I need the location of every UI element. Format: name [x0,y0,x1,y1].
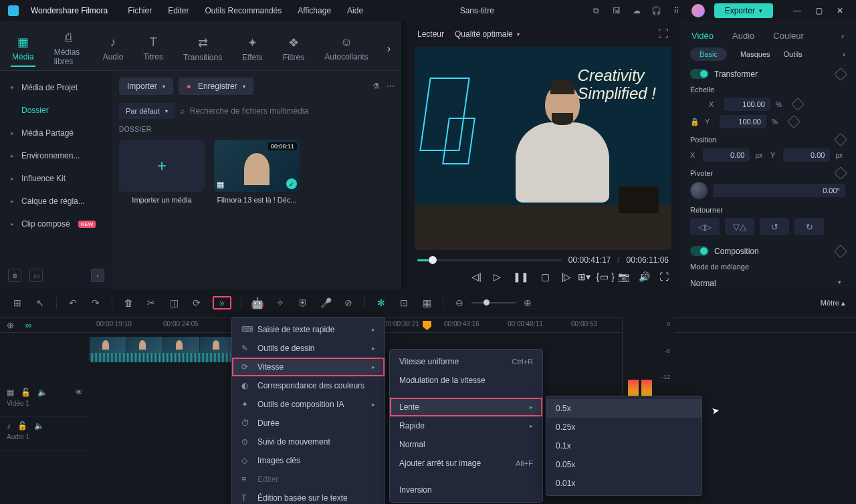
filter-icon[interactable]: ⚗ [372,82,380,91]
ai-icon[interactable]: 🤖 [251,296,264,309]
ctx-draw-tools[interactable]: ✎Outils de dessin▸ [232,339,385,358]
shield-icon[interactable]: ⛨ [296,296,310,309]
minimize-icon[interactable]: — [789,6,805,15]
ctx-0-1x[interactable]: 0.1x [546,436,702,455]
tabs-more-icon[interactable]: › [387,43,391,55]
mute-icon[interactable]: 🔈 [34,421,44,430]
scale-y-input[interactable]: 100.00 [720,115,766,128]
quality-select[interactable]: Qualité optimale▾ [455,29,520,39]
device-icon[interactable]: ⧉ [591,5,602,16]
ctx-reverse[interactable]: Inversion [390,481,542,499]
sidebar-item-environ[interactable]: ▸Environnemen... [0,144,112,167]
prop-tab-color[interactable]: Couleur [773,31,804,41]
more-tools-icon[interactable]: » [213,296,231,309]
pause-icon[interactable]: ❚❚ [513,271,529,282]
rotate-ccw-icon[interactable]: ↺ [760,218,789,235]
keyframe-icon[interactable] [834,245,847,258]
tab-media[interactable]: ▦Média [11,31,35,67]
sidebar-item-shared[interactable]: ▸Média Partagé [0,122,112,144]
zoom-in-icon[interactable]: ⊕ [521,296,534,309]
menu-file[interactable]: Fichier [128,6,152,15]
snap-icon[interactable]: ⊡ [397,296,411,309]
rotate-cw-icon[interactable]: ↻ [794,218,824,235]
maximize-icon[interactable]: ▢ [811,6,827,15]
tab-effects[interactable]: ✦Effets [241,31,263,66]
more-icon[interactable]: ⋯ [387,82,395,91]
keyframe-icon[interactable] [834,166,847,180]
link-tracks-icon[interactable]: ∞ [25,320,37,330]
fullscreen-icon[interactable]: ⛶ [659,271,669,282]
new-folder-icon[interactable]: ⊕ [8,269,21,282]
pos-x-input[interactable]: 0.00 [703,148,750,162]
composition-toggle[interactable] [690,246,709,256]
lock-icon[interactable]: 🔓 [17,421,27,430]
transform-toggle[interactable] [690,69,709,79]
tab-audio[interactable]: ♪Audio [102,31,125,66]
scrub-bar[interactable] [417,259,562,261]
record-button[interactable]: Enregistrer [179,78,253,95]
sidebar-item-project-media[interactable]: ▾Média de Projet [0,76,112,99]
save-icon[interactable]: 🖫 [611,5,622,16]
snapshot-icon[interactable]: ⛶ [658,28,669,40]
lock-icon[interactable]: 🔓 [21,388,31,397]
delete-icon[interactable]: 🗑 [122,296,135,309]
tab-filters[interactable]: ❖Filtres [282,31,306,66]
keyframe-icon[interactable] [834,68,847,81]
prop-tab-audio[interactable]: Audio [732,31,754,41]
compare-icon[interactable]: ▭ [600,271,609,282]
tab-stickers[interactable]: ☺Autocollants [323,31,369,66]
ctx-speed[interactable]: ⟳Vitesse▸ [232,358,385,376]
marker-icon[interactable]: ✻ [374,296,388,309]
keyframe-icon[interactable] [787,115,800,128]
audio-track-head[interactable]: ♪🔓🔈 Audio 1 [0,417,90,451]
next-icon[interactable]: |▷ [562,271,572,282]
play-icon[interactable]: ▷ [494,271,501,282]
zoom-slider[interactable] [471,302,516,303]
mute-icon[interactable]: 🔈 [37,388,47,397]
subtab-more-icon[interactable]: › [843,50,845,58]
ruler[interactable]: 00:00:19:10 00:00:24:05 00:00:38:21 00:0… [90,318,856,332]
headphones-icon[interactable]: 🎧 [651,5,662,16]
ctx-text-edit[interactable]: TÉdition basée sur le texte [232,489,385,504]
import-button[interactable]: Importer [119,78,173,95]
link-icon[interactable]: ▦ [420,296,433,309]
tag-icon[interactable]: ⊘ [342,296,355,309]
redo-icon[interactable]: ↷ [89,296,102,309]
ctx-ai-compose[interactable]: ✦Outils de composition IA▸ [232,395,385,414]
subtab-masks[interactable]: Masques [740,50,770,58]
sidebar-item-adjust[interactable]: ▸Calque de régla... [0,190,112,213]
bin-icon[interactable]: ▭ [29,269,43,282]
select-icon[interactable]: ↖ [33,296,47,309]
ctx-normal[interactable]: Normal [390,435,542,454]
subtab-basic[interactable]: Basic [690,47,727,61]
undo-icon[interactable]: ↶ [66,296,80,309]
ctx-0-5x[interactable]: 0.5x [546,399,702,418]
user-avatar[interactable] [691,4,705,17]
ctx-uniform-speed[interactable]: Vitesse uniformeCtrl+R [390,352,542,371]
zoom-out-icon[interactable]: ⊖ [453,296,466,309]
menu-view[interactable]: Affichage [298,6,331,15]
crop-icon[interactable]: ◫ [167,296,181,309]
prop-more-icon[interactable]: › [841,31,844,41]
sidebar-item-folder[interactable]: Dossier [0,99,112,122]
keyframe-icon[interactable] [834,133,847,146]
apps-icon[interactable]: ⠿ [671,5,682,16]
tab-free-media[interactable]: ⎙Médias libres [53,27,84,70]
tab-transitions[interactable]: ⇄Transitions [182,31,223,66]
link-icon[interactable]: 🔒 [690,118,700,126]
ctx-slow[interactable]: Lente▸ [390,398,542,416]
scale-x-input[interactable]: 100.00 [724,98,770,111]
flip-v-icon[interactable]: ▽△ [725,218,754,235]
media-card[interactable]: 00:06:11 ▦ ✓ Filmora 13 est là ! Déc... [214,140,300,204]
ratio-icon[interactable]: ⊞▾ [578,271,591,282]
sidebar-item-compound[interactable]: ▸Clip composéNEW [0,213,112,235]
add-track-icon[interactable]: ⊕ [7,320,19,330]
prop-tab-video[interactable]: Vidéo [691,31,714,41]
prev-icon[interactable]: ◁| [471,271,481,282]
tab-titles[interactable]: TTitres [142,31,165,66]
grid-icon[interactable]: ⊞ [11,296,24,309]
ctx-keyframes[interactable]: ◇Images clés [232,451,385,470]
menu-edit[interactable]: Editer [168,6,189,15]
import-card[interactable]: + Importer un média [119,140,205,204]
collapse-sidebar-icon[interactable]: ‹ [91,269,104,282]
